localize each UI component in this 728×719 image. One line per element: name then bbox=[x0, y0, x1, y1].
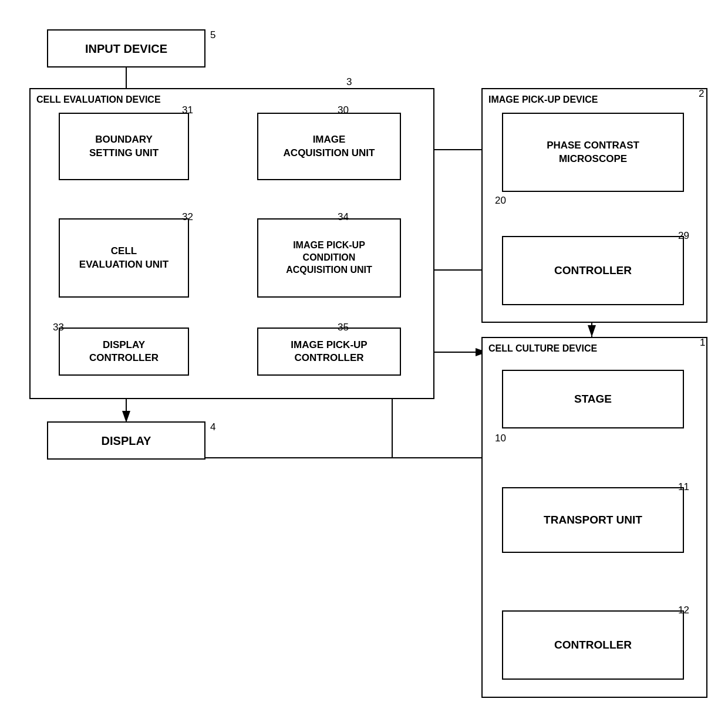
phase-contrast-label: PHASE CONTRASTMICROSCOPE bbox=[547, 139, 639, 165]
num-4: 4 bbox=[210, 421, 215, 433]
num-32: 32 bbox=[182, 211, 193, 223]
image-pickup-ctrl-box: IMAGE PICK-UPCONTROLLER bbox=[257, 328, 401, 376]
num-10: 10 bbox=[495, 433, 506, 444]
num-33: 33 bbox=[53, 322, 64, 333]
num-35: 35 bbox=[338, 322, 349, 333]
cell-eval-device-label: CELL EVALUATION DEVICE bbox=[36, 94, 161, 106]
num-29: 29 bbox=[678, 230, 689, 242]
num-2: 2 bbox=[699, 88, 704, 100]
cell-culture-device-label: CELL CULTURE DEVICE bbox=[488, 343, 597, 355]
diagram: INPUT DEVICE 5 CELL EVALUATION DEVICE 3 … bbox=[0, 0, 728, 719]
controller-29-label: CONTROLLER bbox=[554, 264, 632, 278]
num-11: 11 bbox=[678, 481, 689, 493]
controller-12-label: CONTROLLER bbox=[554, 638, 632, 653]
num-20: 20 bbox=[495, 195, 506, 207]
image-pickup-cond-box: IMAGE PICK-UPCONDITIONACQUISITION UNIT bbox=[257, 218, 401, 298]
image-acquisition-label: IMAGEACQUISITION UNIT bbox=[284, 133, 375, 159]
cell-eval-unit-label: CELLEVALUATION UNIT bbox=[79, 245, 168, 271]
num-3: 3 bbox=[346, 76, 352, 88]
num-31: 31 bbox=[182, 104, 193, 116]
num-30: 30 bbox=[338, 104, 349, 116]
input-device-box: INPUT DEVICE bbox=[47, 29, 205, 67]
display-label: DISPLAY bbox=[102, 433, 151, 448]
display-box: DISPLAY bbox=[47, 421, 205, 460]
cell-eval-unit-box: CELLEVALUATION UNIT bbox=[59, 218, 189, 298]
controller-29-box: CONTROLLER bbox=[502, 236, 684, 305]
stage-box: STAGE bbox=[502, 370, 684, 428]
transport-unit-box: TRANSPORT UNIT bbox=[502, 487, 684, 553]
display-controller-box: DISPLAYCONTROLLER bbox=[59, 328, 189, 376]
num-12: 12 bbox=[678, 605, 689, 616]
num-34: 34 bbox=[338, 211, 349, 223]
boundary-setting-label: BOUNDARYSETTING UNIT bbox=[89, 133, 159, 159]
image-pickup-ctrl-label: IMAGE PICK-UPCONTROLLER bbox=[291, 339, 367, 364]
display-controller-label: DISPLAYCONTROLLER bbox=[89, 339, 159, 364]
num-5: 5 bbox=[210, 29, 215, 41]
image-pickup-cond-label: IMAGE PICK-UPCONDITIONACQUISITION UNIT bbox=[286, 239, 372, 276]
image-acquisition-box: IMAGEACQUISITION UNIT bbox=[257, 113, 401, 180]
num-1: 1 bbox=[700, 337, 705, 349]
input-device-label: INPUT DEVICE bbox=[85, 41, 167, 56]
phase-contrast-box: PHASE CONTRASTMICROSCOPE bbox=[502, 113, 684, 192]
controller-12-box: CONTROLLER bbox=[502, 610, 684, 680]
boundary-setting-box: BOUNDARYSETTING UNIT bbox=[59, 113, 189, 180]
transport-unit-label: TRANSPORT UNIT bbox=[544, 513, 642, 528]
image-pickup-device-label: IMAGE PICK-UP DEVICE bbox=[488, 94, 598, 106]
stage-label: STAGE bbox=[574, 392, 612, 407]
